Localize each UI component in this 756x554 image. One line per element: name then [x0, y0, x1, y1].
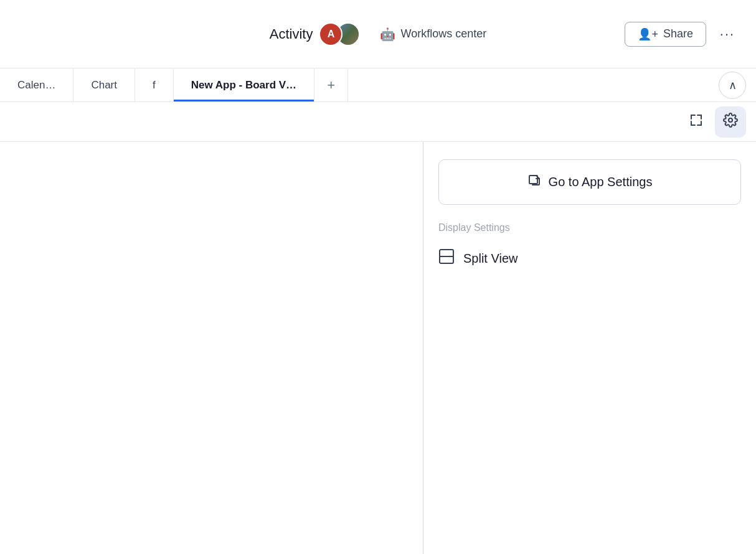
top-header: Activity A 🤖 Workflows center 👤+ Share ·… [0, 0, 756, 68]
tab-f[interactable]: f [135, 68, 174, 101]
workflows-label: Workflows center [400, 27, 486, 40]
toolbar-row [0, 102, 756, 142]
share-label: Share [663, 27, 693, 40]
activity-section: Activity A [270, 22, 361, 46]
gear-icon [723, 113, 738, 131]
more-button[interactable]: ··· [714, 21, 741, 48]
avatar-a[interactable]: A [319, 22, 343, 46]
go-to-app-label: Go to App Settings [549, 175, 653, 189]
right-panel: Go to App Settings Display Settings Spli… [423, 142, 756, 554]
header-center: Activity A 🤖 Workflows center [270, 22, 486, 46]
svg-point-0 [729, 118, 732, 122]
tabs-bar: Calen… Chart f New App - Board V… + ∧ [0, 68, 756, 102]
tab-add-button[interactable]: + [314, 68, 348, 101]
share-icon: 👤+ [638, 27, 658, 41]
left-panel [0, 142, 423, 554]
avatars: A [319, 22, 360, 46]
split-view-label: Split View [463, 251, 517, 266]
tab-collapse-button[interactable]: ∧ [719, 72, 746, 99]
tab-calendar[interactable]: Calen… [0, 68, 73, 101]
external-link-icon [527, 174, 541, 190]
workflows-section[interactable]: 🤖 Workflows center [380, 27, 486, 42]
main-content: Go to App Settings Display Settings Spli… [0, 142, 756, 554]
tab-new-app-board[interactable]: New App - Board V… [174, 68, 314, 101]
split-view-row[interactable]: Split View [438, 248, 741, 268]
display-settings-label: Display Settings [438, 222, 741, 233]
expand-button[interactable] [683, 108, 710, 136]
settings-button[interactable] [715, 106, 746, 138]
tab-chart[interactable]: Chart [73, 68, 135, 101]
svg-rect-1 [529, 176, 537, 184]
header-right: 👤+ Share ··· [625, 21, 741, 48]
chevron-up-icon: ∧ [729, 78, 737, 92]
expand-icon [689, 113, 703, 130]
go-to-app-button[interactable]: Go to App Settings [438, 159, 741, 205]
activity-label: Activity [270, 26, 313, 42]
robot-icon: 🤖 [380, 27, 395, 42]
share-button[interactable]: 👤+ Share [625, 22, 706, 47]
split-view-icon [438, 248, 455, 268]
more-dots: ··· [720, 26, 735, 42]
